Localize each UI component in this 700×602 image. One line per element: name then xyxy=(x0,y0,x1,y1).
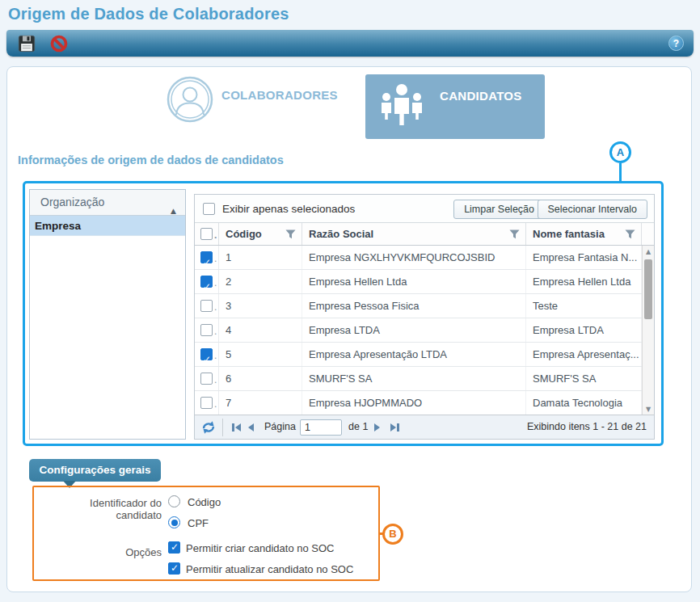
select-all-checkbox[interactable] xyxy=(200,228,213,240)
page-title: Origem de Dados de Colaboradores xyxy=(8,5,289,23)
cell-razao-social: SMURF'S SA xyxy=(302,367,526,390)
people-group-icon xyxy=(378,82,425,133)
divider xyxy=(222,419,223,436)
cell-nome-fantasia: Empresa Fantasia N... xyxy=(526,246,642,269)
cell-codigo: 7 xyxy=(219,391,302,415)
cell-codigo: 6 xyxy=(219,367,302,390)
person-outline-icon[interactable] xyxy=(167,76,213,123)
scroll-down-icon[interactable]: ▼ xyxy=(643,406,654,413)
allow-create-candidate-label: Permitir criar candidato no SOC xyxy=(186,542,335,554)
collapse-icon[interactable]: ▲ xyxy=(171,199,176,224)
cell-codigo: 2 xyxy=(219,270,302,293)
refresh-icon[interactable] xyxy=(201,420,216,435)
grid-header: Código Razão Social Nome fantasia xyxy=(195,223,654,246)
cell-codigo: 5 xyxy=(219,343,302,366)
table-row[interactable]: 2 Empresa Hellen Ltda Empresa Hellen Ltd… xyxy=(195,270,654,294)
last-page-button[interactable] xyxy=(390,423,399,432)
table-row[interactable]: 3 Empresa Pessoa Fisica Teste xyxy=(195,294,654,318)
table-row[interactable]: 5 Empresa Apresentação LTDA Empresa Apre… xyxy=(195,343,654,367)
select-all-cell xyxy=(195,223,219,245)
tab-candidatos[interactable]: CANDIDATOS xyxy=(365,74,545,139)
radio-codigo-label: Código xyxy=(188,496,221,508)
items-status: Exibindo itens 1 - 21 de 21 xyxy=(527,415,647,439)
grid-footer: Página de 1 Exibindo itens 1 - 21 de 21 xyxy=(195,415,654,439)
table-row[interactable]: 7 Empresa HJOPMMADO Damata Tecnologia xyxy=(195,391,654,415)
radio-codigo[interactable] xyxy=(168,495,180,507)
column-header-nome-fantasia[interactable]: Nome fantasia xyxy=(526,223,642,245)
allow-create-candidate-checkbox[interactable] xyxy=(168,541,180,554)
row-checkbox[interactable] xyxy=(200,397,213,409)
table-row[interactable]: 4 Empresa LTDA Empresa LTDA xyxy=(195,318,654,343)
row-checkbox[interactable] xyxy=(200,373,213,385)
page-label: Página xyxy=(264,415,296,439)
annotation-a-line xyxy=(619,163,622,182)
page-count-label: de 1 xyxy=(348,415,368,439)
row-checkbox[interactable] xyxy=(200,348,213,360)
filter-icon[interactable] xyxy=(285,229,296,239)
help-icon[interactable]: ? xyxy=(668,36,684,51)
tab-candidatos-label: CANDIDATOS xyxy=(440,89,522,103)
toolbar: ? xyxy=(6,30,694,57)
cell-nome-fantasia: SMURF'S SA xyxy=(526,367,642,390)
org-item-empresa[interactable]: Empresa xyxy=(30,216,185,236)
column-header-fantasia-label: Nome fantasia xyxy=(533,228,605,240)
row-checkbox[interactable] xyxy=(200,300,213,312)
organization-panel-header[interactable]: Organização ▲ xyxy=(30,190,185,216)
filter-icon[interactable] xyxy=(509,229,520,239)
row-checkbox[interactable] xyxy=(200,324,213,336)
organization-header-label: Organização xyxy=(40,196,104,208)
column-header-razao-social[interactable]: Razão Social xyxy=(302,223,526,245)
cell-razao-social: Empresa NGXLHYVKMFQURCOJSBID xyxy=(302,246,526,269)
allow-update-candidate-checkbox[interactable] xyxy=(168,562,180,575)
table-row[interactable]: 1 Empresa NGXLHYVKMFQURCOJSBID Empresa F… xyxy=(195,246,654,270)
cell-razao-social: Empresa Pessoa Fisica xyxy=(302,294,526,318)
cell-codigo: 3 xyxy=(219,294,302,318)
cell-nome-fantasia: Teste xyxy=(526,294,642,318)
column-header-codigo-label: Código xyxy=(226,228,262,240)
cell-codigo: 1 xyxy=(219,246,302,269)
next-page-button[interactable] xyxy=(374,423,380,432)
tab-colaboradores[interactable]: COLABORADORES xyxy=(221,88,338,102)
row-checkbox[interactable] xyxy=(200,251,213,263)
cell-razao-social: Empresa LTDA xyxy=(302,318,526,342)
options-label: Opções xyxy=(97,546,162,558)
row-checkbox[interactable] xyxy=(200,276,213,288)
cell-razao-social: Empresa HJOPMMADO xyxy=(302,391,526,415)
cell-nome-fantasia: Empresa Hellen Ltda xyxy=(526,270,642,293)
annotation-b: B xyxy=(382,524,403,545)
clear-selection-button[interactable]: Limpar Seleção xyxy=(453,200,545,219)
cell-razao-social: Empresa Apresentação LTDA xyxy=(302,343,526,366)
grid-body: 1 Empresa NGXLHYVKMFQURCOJSBID Empresa F… xyxy=(195,246,654,415)
first-page-button[interactable] xyxy=(232,423,241,432)
cell-nome-fantasia: Empresa Apresentaç... xyxy=(526,343,642,366)
previous-page-button[interactable] xyxy=(248,423,254,432)
cell-codigo: 4 xyxy=(219,318,302,342)
scrollbar-thumb[interactable] xyxy=(644,259,652,319)
organization-panel: Organização ▲ Empresa xyxy=(29,189,186,440)
scroll-up-icon[interactable]: ▲ xyxy=(643,248,654,255)
radio-cpf-label: CPF xyxy=(188,517,209,529)
show-only-selected-checkbox[interactable] xyxy=(203,203,215,215)
column-header-codigo[interactable]: Código xyxy=(219,223,302,245)
tab-configuracoes-gerais[interactable]: Configurações gerais xyxy=(29,459,161,482)
radio-cpf[interactable] xyxy=(168,516,180,528)
companies-grid: Exibir apenas selecionados Limpar Seleçã… xyxy=(194,194,655,440)
page-number-input[interactable] xyxy=(300,419,342,436)
allow-update-candidate-label: Permitir atualizar candidato no SOC xyxy=(186,563,353,575)
filter-icon[interactable] xyxy=(625,229,635,239)
save-icon[interactable] xyxy=(18,35,36,53)
annotation-a: A xyxy=(609,141,631,163)
table-row[interactable]: 6 SMURF'S SA SMURF'S SA xyxy=(195,367,654,391)
identifier-label: Identificador do candidato xyxy=(44,497,162,521)
cancel-icon[interactable] xyxy=(50,35,68,53)
show-only-selected-label: Exibir apenas selecionados xyxy=(222,195,355,223)
select-interval-button[interactable]: Selecionar Intervalo xyxy=(538,200,647,219)
vertical-scrollbar[interactable]: ▲ ▼ xyxy=(642,246,654,415)
column-header-razao-label: Razão Social xyxy=(309,228,373,240)
cell-razao-social: Empresa Hellen Ltda xyxy=(302,270,526,293)
grid-toolbar: Exibir apenas selecionados Limpar Seleçã… xyxy=(195,195,654,223)
section-heading: Informações de origem de dados de candid… xyxy=(18,154,284,166)
cell-nome-fantasia: Empresa LTDA xyxy=(526,318,642,342)
cell-nome-fantasia: Damata Tecnologia xyxy=(526,391,642,415)
